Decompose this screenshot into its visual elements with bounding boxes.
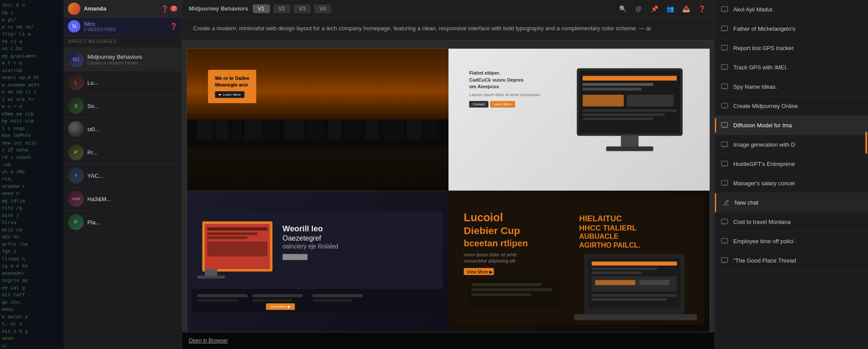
svg-rect-70 bbox=[639, 280, 669, 285]
avatar: P bbox=[68, 214, 84, 230]
svg-rect-88 bbox=[721, 219, 728, 224]
bottom-bar: Open in Browser bbox=[182, 332, 714, 349]
list-item[interactable]: MJ Midjourney Behaviors Create a modern … bbox=[64, 48, 182, 71]
notification-badge: 7 bbox=[170, 6, 177, 11]
sidebar-item-montana[interactable]: Cost to travel Montana bbox=[715, 212, 868, 232]
sidebar-item-timeoff[interactable]: Employee time off polici bbox=[715, 232, 868, 251]
right-sidebar: Akol Ayii Madut. Father of Michelangelo'… bbox=[714, 0, 868, 349]
list-item[interactable]: Y YAC... bbox=[64, 164, 182, 187]
help-button[interactable]: ❓ bbox=[696, 3, 708, 15]
chat-info: Lu... bbox=[87, 79, 177, 86]
active-indicator bbox=[715, 118, 716, 133]
svg-rect-48 bbox=[197, 299, 237, 302]
sidebar-item-diffusion[interactable]: Diffusion Model for Ima bbox=[715, 116, 868, 135]
chat-icon-11 bbox=[720, 218, 729, 227]
list-item[interactable]: st0... bbox=[64, 118, 182, 141]
svg-rect-47 bbox=[312, 294, 362, 297]
sidebar-label-new-chat: New chat bbox=[735, 199, 863, 206]
image-cell-2: Fiahet eldper.CadCuCk vuoru Oepresom Aie… bbox=[448, 49, 710, 191]
inbox-button[interactable]: 📥 bbox=[680, 3, 692, 15]
avatar: L bbox=[68, 75, 84, 90]
sidebar-item-gps-report[interactable]: Report lost GPS tracker. bbox=[715, 39, 868, 58]
chat-icon-7 bbox=[720, 121, 729, 130]
list-item[interactable]: P Pla... bbox=[64, 211, 182, 234]
svg-text:AGIRTHO PAILCL.: AGIRTHO PAILCL. bbox=[579, 241, 640, 248]
svg-text:AUBUACLE: AUBUACLE bbox=[579, 233, 618, 240]
scroll-indicator bbox=[865, 132, 867, 154]
svg-rect-45 bbox=[197, 294, 247, 297]
pin-button[interactable]: 📌 bbox=[648, 3, 660, 15]
list-item[interactable]: P Pr... bbox=[64, 141, 182, 164]
version-tabs: V1 V2 V3 V4 bbox=[253, 4, 331, 13]
svg-rect-66 bbox=[592, 267, 657, 270]
image-grid: We re te OalleeWeanegte aror ► Learn Mor… bbox=[187, 48, 710, 332]
chat-info: Midjourney Behaviors Create a modern min… bbox=[87, 54, 177, 65]
chat-icon-2 bbox=[720, 25, 729, 33]
members-button[interactable]: 👥 bbox=[664, 3, 676, 15]
svg-rect-28 bbox=[583, 118, 653, 120]
svg-rect-25 bbox=[627, 95, 674, 107]
list-item[interactable]: H3M Ha3&M... bbox=[64, 187, 182, 211]
sidebar-item-midjourney[interactable]: Create Midjourney Online bbox=[715, 97, 868, 116]
version-tab-v2[interactable]: V2 bbox=[273, 4, 291, 13]
svg-rect-89 bbox=[721, 238, 728, 243]
chat-info: Ha3&M... bbox=[87, 196, 177, 202]
cell2-monitor bbox=[571, 63, 689, 162]
svg-text:View More ▶: View More ▶ bbox=[466, 270, 492, 274]
sidebar-label-montana: Cost to travel Montana bbox=[733, 219, 863, 225]
list-item[interactable]: L Lu... bbox=[64, 71, 182, 94]
version-tab-v3[interactable]: V3 bbox=[294, 4, 311, 13]
sidebar-item-goodplace[interactable]: "The Good Place Thread bbox=[715, 251, 868, 270]
sidebar-label-gps-report: Report lost GPS tracker. bbox=[733, 45, 863, 51]
sidebar-item-spy-names[interactable]: Spy Name Ideas. bbox=[715, 77, 868, 97]
sidebar-label-akol: Akol Ayii Madut. bbox=[733, 6, 863, 13]
svg-rect-86 bbox=[721, 161, 728, 166]
chat-icon-3 bbox=[720, 44, 729, 53]
chat-top-bar: Amanda ❓ 7 bbox=[64, 0, 182, 18]
svg-rect-30 bbox=[606, 147, 653, 151]
cell2-btn-dark[interactable]: Contact bbox=[469, 101, 488, 108]
open-browser-link[interactable]: Open in Browser bbox=[189, 338, 228, 344]
version-tab-v4[interactable]: V4 bbox=[314, 4, 331, 13]
svg-rect-71 bbox=[592, 294, 677, 297]
header-icons: 🔍 @ 📌 👥 📥 ❓ bbox=[617, 3, 708, 15]
svg-rect-78 bbox=[721, 7, 728, 11]
prompt-area: Create a modern, minimalist web design l… bbox=[182, 18, 714, 40]
sidebar-item-father[interactable]: Father of Michelangelo's bbox=[715, 19, 868, 39]
svg-rect-73 bbox=[574, 314, 697, 320]
chat-sidebar: Amanda ❓ 7 N Nitro 2 WEEKS FREE ❓ DIRECT… bbox=[64, 0, 182, 349]
sidebar-item-hustle[interactable]: HustleGPT's Entreprene bbox=[715, 155, 868, 174]
cell1-card: We re te OalleeWeanegte aror ► Learn Mor… bbox=[208, 70, 257, 103]
sidebar-item-akol[interactable]: Akol Ayii Madut. bbox=[715, 0, 868, 19]
sidebar-label-hustle: HustleGPT's Entreprene bbox=[733, 161, 863, 167]
sidebar-item-track-gps[interactable]: Track GPS with IMEI. bbox=[715, 58, 868, 77]
sidebar-label-spy-names: Spy Name Ideas. bbox=[733, 83, 863, 90]
sidebar-item-image-gen[interactable]: Image generation with D bbox=[715, 135, 868, 155]
svg-rect-36 bbox=[207, 236, 247, 239]
prompt-text: Create a modern, minimalist web design l… bbox=[193, 24, 703, 33]
chat-info: So... bbox=[87, 103, 177, 109]
nitro-banner[interactable]: N Nitro 2 WEEKS FREE ❓ bbox=[64, 18, 182, 36]
svg-rect-69 bbox=[595, 280, 635, 285]
search-button[interactable]: 🔍 bbox=[617, 3, 629, 15]
list-item[interactable]: S So... bbox=[64, 94, 182, 118]
cell3-orange-btn[interactable]: View More ▶ bbox=[266, 300, 295, 310]
svg-rect-24 bbox=[583, 95, 624, 107]
svg-rect-75 bbox=[471, 283, 542, 286]
at-button[interactable]: @ bbox=[632, 3, 645, 15]
svg-rect-22 bbox=[583, 83, 653, 86]
avatar: P bbox=[68, 144, 84, 160]
avatar bbox=[68, 121, 84, 137]
cell2-btn-orange[interactable]: Learn More bbox=[490, 101, 515, 108]
chat-icon bbox=[720, 5, 729, 14]
cell1-button[interactable]: ► Learn More bbox=[215, 91, 244, 98]
svg-rect-35 bbox=[207, 232, 257, 235]
version-tab-v1[interactable]: V1 bbox=[253, 4, 270, 13]
channel-name: Midjourney Behaviors bbox=[189, 5, 248, 12]
avatar: S bbox=[68, 98, 84, 114]
chat-icon-10 bbox=[720, 179, 729, 188]
sidebar-item-new-chat[interactable]: New chat bbox=[715, 193, 868, 212]
sidebar-item-manager[interactable]: Manager's salary concer bbox=[715, 174, 868, 193]
chat-icon-13 bbox=[720, 256, 729, 265]
svg-rect-80 bbox=[721, 45, 728, 50]
